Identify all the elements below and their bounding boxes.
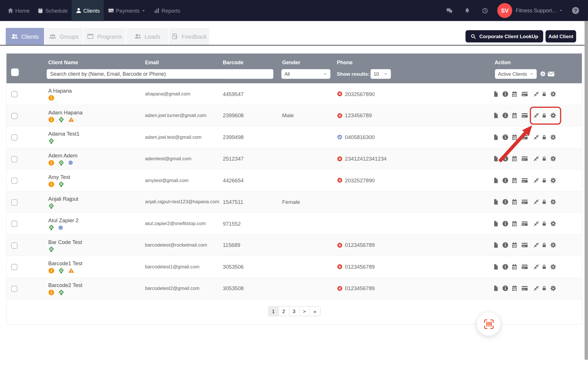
page-2-button[interactable]: 2 — [279, 307, 289, 316]
client-name[interactable]: Bar Code Test — [48, 239, 82, 245]
info-icon[interactable] — [502, 263, 509, 270]
calendar-icon[interactable] — [511, 177, 518, 184]
gender-filter-select[interactable]: All — [281, 69, 330, 79]
nav-item-home[interactable]: Home — [3, 0, 33, 21]
tab-clients[interactable]: Clients — [6, 28, 44, 45]
credit-card-icon[interactable] — [521, 285, 529, 292]
file-icon[interactable] — [493, 241, 499, 249]
file-icon[interactable] — [493, 198, 499, 206]
bell-icon[interactable] — [464, 7, 471, 14]
row-checkbox[interactable] — [11, 285, 18, 292]
avatar[interactable]: SV — [497, 3, 512, 18]
file-icon[interactable] — [493, 155, 499, 162]
credit-card-icon[interactable] — [521, 220, 529, 227]
page-next-button[interactable]: > — [299, 307, 310, 316]
row-checkbox[interactable] — [11, 177, 18, 184]
calendar-icon[interactable] — [511, 285, 518, 292]
info-icon[interactable] — [502, 134, 509, 140]
lock-icon[interactable] — [541, 177, 547, 184]
client-name[interactable]: Barcode2 Test — [48, 282, 82, 288]
compress-icon[interactable] — [533, 177, 539, 183]
lock-icon[interactable] — [541, 134, 547, 140]
client-name[interactable]: Adama Test1 — [48, 131, 80, 137]
calendar-icon[interactable] — [511, 220, 518, 227]
file-icon[interactable] — [493, 177, 499, 184]
compress-icon[interactable] — [533, 156, 539, 162]
row-checkbox[interactable] — [11, 134, 18, 141]
scrollbar[interactable] — [585, 21, 588, 360]
gear-icon[interactable] — [550, 198, 557, 205]
chat-icon[interactable] — [446, 7, 453, 14]
page-1-button[interactable]: 1 — [268, 307, 279, 316]
calendar-icon[interactable] — [511, 155, 518, 162]
nav-item-reports[interactable]: Reports — [150, 0, 184, 21]
info-icon[interactable] — [502, 155, 509, 162]
calendar-icon[interactable] — [511, 263, 518, 270]
info-icon[interactable] — [502, 177, 509, 184]
tab-groups[interactable]: Groups — [45, 28, 83, 45]
row-checkbox[interactable] — [11, 264, 18, 270]
compress-icon[interactable] — [533, 285, 539, 291]
info-icon[interactable] — [502, 220, 509, 227]
help-icon[interactable] — [571, 6, 580, 15]
barcode-scan-fab[interactable] — [477, 312, 500, 335]
file-icon[interactable] — [493, 112, 499, 119]
compress-icon[interactable] — [533, 91, 539, 97]
calendar-icon[interactable] — [511, 198, 518, 205]
file-icon[interactable] — [493, 263, 499, 270]
nav-item-payments[interactable]: Payments — [104, 0, 150, 21]
credit-card-icon[interactable] — [521, 241, 529, 249]
info-icon[interactable] — [502, 91, 509, 97]
row-checkbox[interactable] — [11, 156, 18, 162]
user-name[interactable]: Fitness Support... — [516, 8, 556, 13]
credit-card-icon[interactable] — [521, 90, 529, 97]
select-all-checkbox[interactable] — [11, 69, 19, 76]
tab-leads[interactable]: Leads — [126, 28, 168, 45]
client-name[interactable]: Anjali Rajput — [48, 196, 78, 202]
clock-icon[interactable] — [482, 7, 489, 14]
lock-icon[interactable] — [541, 285, 547, 292]
row-checkbox[interactable] — [11, 91, 18, 97]
file-icon[interactable] — [493, 285, 499, 292]
client-name[interactable]: Amy Test — [48, 174, 70, 180]
envelope-icon[interactable] — [547, 70, 555, 78]
lock-icon[interactable] — [541, 263, 547, 270]
caret-down-icon[interactable] — [559, 8, 563, 13]
info-icon[interactable] — [502, 242, 509, 249]
client-name[interactable]: Atul Zapier 2 — [48, 217, 79, 223]
gear-icon[interactable] — [550, 177, 557, 184]
gear-icon[interactable] — [550, 91, 557, 97]
calendar-icon[interactable] — [511, 134, 518, 140]
calendar-icon[interactable] — [511, 112, 518, 119]
client-status-filter-select[interactable]: Active Clients — [495, 69, 537, 79]
lock-icon[interactable] — [541, 155, 547, 162]
file-icon[interactable] — [493, 90, 499, 97]
file-icon[interactable] — [493, 220, 499, 227]
page-last-button[interactable]: » — [310, 307, 320, 316]
compress-icon[interactable] — [533, 264, 539, 270]
credit-card-icon[interactable] — [521, 112, 529, 119]
lock-icon[interactable] — [541, 91, 547, 97]
client-name[interactable]: A Hapana — [48, 87, 72, 93]
lock-icon[interactable] — [541, 242, 547, 249]
nav-item-schedule[interactable]: Schedule — [33, 0, 71, 21]
compress-icon[interactable] — [533, 134, 539, 140]
calendar-icon[interactable] — [511, 242, 518, 249]
row-checkbox[interactable] — [11, 113, 18, 119]
nav-item-clients[interactable]: Clients — [71, 0, 104, 21]
tab-feedback[interactable]: Feedback — [169, 28, 209, 45]
row-checkbox[interactable] — [11, 220, 18, 227]
gear-icon[interactable] — [550, 155, 557, 162]
credit-card-icon[interactable] — [521, 198, 529, 206]
calendar-icon[interactable] — [511, 91, 518, 97]
lock-icon[interactable] — [541, 199, 547, 205]
settings-gear-icon[interactable] — [539, 70, 546, 77]
row-checkbox[interactable] — [11, 199, 18, 206]
info-icon[interactable] — [502, 112, 509, 119]
search-input[interactable] — [47, 69, 273, 79]
credit-card-icon[interactable] — [521, 263, 529, 270]
gear-icon[interactable] — [550, 285, 557, 292]
file-icon[interactable] — [493, 134, 499, 141]
add-client-button[interactable]: Add Client — [546, 30, 576, 42]
client-name[interactable]: Adam Hapana — [48, 109, 82, 115]
